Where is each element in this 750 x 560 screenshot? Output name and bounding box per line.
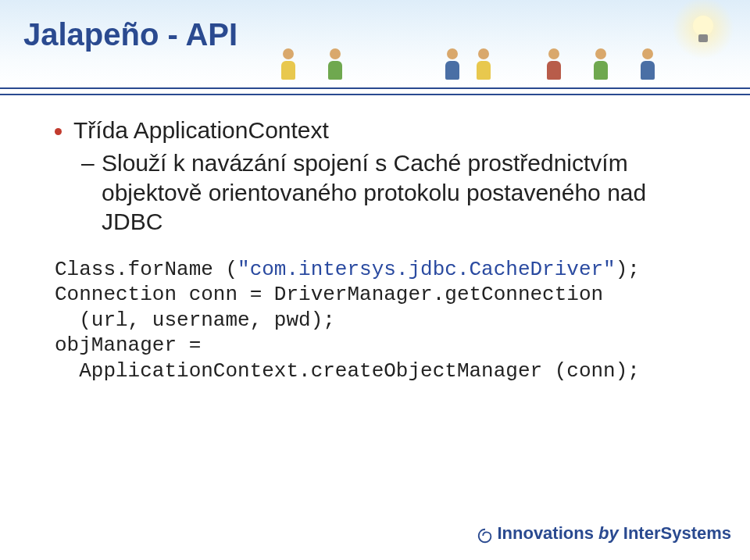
bullet-level2-text: Slouží k navázání spojení s Caché prostř… xyxy=(102,150,646,234)
figure-icon xyxy=(445,48,459,80)
footer-brand: InterSystems xyxy=(623,523,731,543)
footer-innov: Innovations xyxy=(497,523,593,543)
footer-by: by xyxy=(594,523,623,543)
slide: Jalapeño - API Třída ApplicationContext … xyxy=(0,0,750,560)
slide-content: Třída ApplicationContext – Slouží k navá… xyxy=(55,117,695,383)
divider-top xyxy=(0,87,750,89)
divider-bottom xyxy=(0,94,750,95)
code-text: Connection conn = DriverManager.getConne… xyxy=(55,283,603,306)
code-string: "com.intersys.jdbc.CacheDriver" xyxy=(238,258,616,281)
figure-icon xyxy=(477,48,491,80)
figure-icon xyxy=(328,48,342,80)
figure-icon xyxy=(641,48,655,80)
figure-icon xyxy=(547,48,561,80)
bullet-level2: – Slouží k navázání spojení s Caché pros… xyxy=(55,148,695,237)
swirl-icon xyxy=(477,527,494,544)
code-block: Class.forName ("com.intersys.jdbc.CacheD… xyxy=(55,257,695,384)
code-text: objManager = xyxy=(55,334,201,357)
figure-icon xyxy=(594,48,608,80)
bullet-level1: Třída ApplicationContext xyxy=(55,117,695,144)
code-text: ); xyxy=(616,258,640,281)
code-text: ApplicationContext.createObjectManager (… xyxy=(55,359,640,383)
dash-icon: – xyxy=(81,148,95,178)
footer-logo: Innovations by InterSystems xyxy=(477,523,731,544)
lightbulb-icon xyxy=(680,5,727,52)
slide-title: Jalapeño - API xyxy=(23,17,238,52)
code-text: Class.forName ( xyxy=(55,258,238,281)
figure-icon xyxy=(281,48,295,80)
code-text: (url, username, pwd); xyxy=(55,309,335,332)
